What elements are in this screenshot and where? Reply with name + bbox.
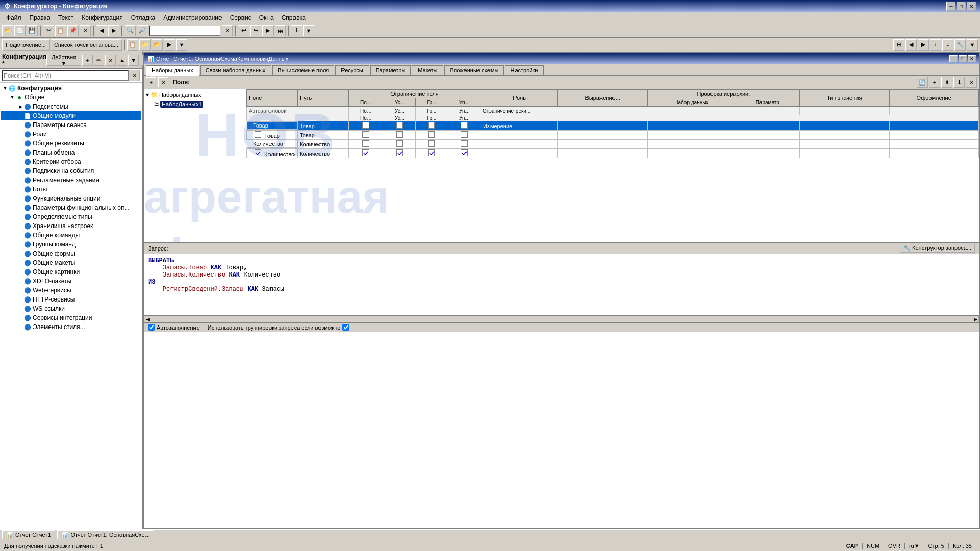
fields-del-btn[interactable]: ✕ (158, 77, 168, 87)
table-row-kolichestvo-child[interactable]: Количество Количество (247, 149, 979, 158)
autofill-label[interactable]: Автозаполнение (148, 324, 200, 331)
tb-copy[interactable]: 📋 (55, 25, 66, 36)
tb2-breakpoints[interactable]: Список точек останова... (51, 39, 122, 51)
grouping-checkbox[interactable] (342, 324, 349, 331)
tovar-child-cb[interactable] (255, 131, 261, 138)
fields-plus2[interactable]: + (929, 77, 940, 88)
tree-item-ws[interactable]: 🔵 WS-ссылки (1, 304, 141, 313)
tree-item-param-funk[interactable]: 🔵 Параметры функциональных оп... (1, 203, 141, 212)
left-panel-add[interactable]: + (82, 55, 93, 66)
tb-paste[interactable]: 📌 (67, 25, 79, 36)
tb-filter[interactable]: 🔎 (137, 25, 148, 36)
cb-k-up[interactable] (461, 140, 468, 147)
hscroll-left[interactable]: ◀ (144, 316, 151, 323)
cb-tc-us[interactable] (396, 131, 403, 138)
tab-svyazi[interactable]: Связи наборов данных (200, 65, 272, 75)
tree-item-plany[interactable]: 🔵 Планы обмена (1, 148, 141, 157)
tb-info[interactable]: ℹ (291, 25, 302, 36)
tree-item-opred-tipy[interactable]: 🔵 Определяемые типы (1, 212, 141, 221)
minimize-button[interactable]: ─ (946, 2, 955, 11)
left-panel-up[interactable]: ▲ (117, 55, 128, 66)
tree-item-obsch-formy[interactable]: 🔵 Общие формы (1, 249, 141, 258)
tb2-more[interactable]: ▼ (176, 39, 187, 51)
cb-kc-gr[interactable] (428, 149, 435, 156)
tab-parametry[interactable]: Параметры (370, 65, 411, 75)
tb2-g3[interactable]: ▶ (918, 39, 929, 51)
tree-item-podpiski[interactable]: 🔵 Подписки на события (1, 166, 141, 176)
tb-redo[interactable]: ↪ (250, 25, 261, 36)
cb-t-up[interactable] (461, 122, 468, 129)
obschie-moduli-expander[interactable] (17, 113, 23, 119)
tb-run[interactable]: ▶ (262, 25, 274, 36)
tb-open[interactable]: 📂 (2, 25, 13, 36)
tree-item-root[interactable]: ▼ 🌐 Конфигурация (1, 84, 141, 93)
fields-del2[interactable]: ✕ (966, 77, 977, 88)
table-row-tovar[interactable]: ─ Товар Товар Измерение (247, 121, 979, 131)
query-hscroll[interactable]: ◀ ▶ (144, 315, 979, 322)
dataset-tree-root[interactable]: ▼ 📁 Наборы данных (145, 90, 244, 99)
menu-file[interactable]: Файл (2, 13, 26, 22)
tb-fwd[interactable]: ▶ (108, 25, 119, 36)
tb2-g1[interactable]: ⊞ (893, 39, 904, 51)
search-input[interactable] (2, 70, 129, 81)
search-clear[interactable]: ✕ (129, 70, 140, 81)
tab-vlozh-skhemy[interactable]: Вложенные схемы (444, 65, 504, 75)
tb2-play[interactable]: ▶ (164, 39, 175, 51)
tree-item-podsistemy[interactable]: ▶ 🔵 Подсистемы (1, 102, 141, 111)
obschie-expander[interactable]: ▼ (9, 94, 15, 101)
tree-item-parametry-seansa[interactable]: 🔵 Параметры сеанса (1, 120, 141, 130)
cb-k-po[interactable] (362, 140, 369, 147)
cb-t-po[interactable] (362, 122, 369, 129)
cb-tc-up[interactable] (461, 131, 468, 138)
inner-minimize[interactable]: ─ (949, 55, 958, 62)
taskbar-btn-schema[interactable]: 📊 Отчет Отчет1: ОсновнаяСхе... (57, 530, 154, 539)
tree-item-xranilischa[interactable]: 🔵 Хранилища настроек (1, 221, 141, 231)
menu-debug[interactable]: Отладка (127, 13, 159, 22)
grouping-label[interactable]: Использовать группировки запроса если во… (208, 324, 350, 331)
tree-item-xdto[interactable]: 🔵 XDTO-пакеты (1, 277, 141, 286)
left-panel-del[interactable]: ✕ (105, 55, 116, 66)
dataset-tree-item-nabor1[interactable]: 🗂 НаборДанных1 (145, 99, 244, 109)
tree-item-gruppy-komand[interactable]: 🔵 Группы команд (1, 240, 141, 249)
left-panel-actions[interactable]: Действия ▼ (46, 55, 81, 66)
menu-text[interactable]: Текст (54, 13, 78, 22)
tovar-expander[interactable]: ─ (249, 123, 252, 128)
fields-arrow-up[interactable]: ⬆ (941, 77, 952, 88)
tree-item-obsch-komandy[interactable]: 🔵 Общие команды (1, 231, 141, 240)
tb-undo[interactable]: ↩ (238, 25, 249, 36)
cb-t-us[interactable] (396, 122, 403, 129)
fields-add-btn[interactable]: + (146, 77, 156, 87)
tb-more[interactable]: ▼ (303, 25, 314, 36)
toolbar-search-clear[interactable]: ✕ (222, 25, 233, 36)
cb-k-gr[interactable] (428, 140, 435, 147)
tb2-g4[interactable]: + (930, 39, 941, 51)
status-lang[interactable]: ru▼ (904, 543, 924, 549)
inner-maximize[interactable]: □ (959, 55, 967, 62)
cb-kc-up[interactable] (461, 149, 468, 156)
datasets-expander[interactable]: ▼ (145, 92, 150, 97)
ps-expander[interactable] (17, 122, 23, 128)
tree-item-http-serv[interactable]: 🔵 HTTP-сервисы (1, 295, 141, 304)
tree-item-obschie-moduli[interactable]: 📄 Общие модули (1, 111, 141, 120)
left-panel-edit[interactable]: ✏ (94, 55, 105, 66)
cb-t-gr[interactable] (428, 122, 435, 129)
cb-kc-us[interactable] (396, 149, 403, 156)
cb-k-us[interactable] (396, 140, 403, 147)
menu-config[interactable]: Конфигурация (78, 13, 127, 22)
tb2-r2[interactable]: 📁 (139, 39, 151, 51)
tree-item-elem-stilya[interactable]: 🔵 Элементы стиля... (1, 322, 141, 332)
menu-help[interactable]: Справка (278, 13, 310, 22)
table-row-tovar-child[interactable]: Товар Товар (247, 131, 979, 140)
tree-item-obsch-makety[interactable]: 🔵 Общие макеты (1, 258, 141, 267)
toolbar-search-input[interactable] (149, 26, 220, 36)
tree-item-boty[interactable]: 🔵 Боты (1, 185, 141, 194)
tab-resursy[interactable]: Ресурсы (335, 65, 369, 75)
tb2-r1[interactable]: 📋 (127, 39, 138, 51)
tb-save[interactable]: 💾 (27, 25, 38, 36)
tab-vychislyaemye[interactable]: Вычисляемые поля (272, 65, 334, 75)
tree-item-obsch-rekv[interactable]: 🔵 Общие реквизиты (1, 139, 141, 148)
tb2-connect[interactable]: Подключение... (2, 39, 50, 51)
query-constructor-btn[interactable]: 🔧 Конструктор запроса... (900, 244, 975, 253)
tree-item-reglam[interactable]: 🔵 Регламентные задания (1, 176, 141, 185)
tb-step[interactable]: ⏭ (275, 25, 286, 36)
